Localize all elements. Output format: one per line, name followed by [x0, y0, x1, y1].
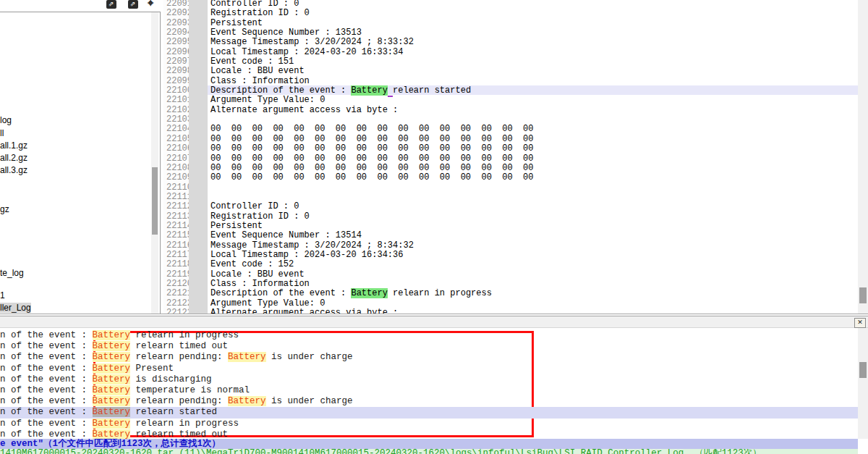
results-scrollbar-thumb[interactable] [859, 362, 867, 378]
result-row[interactable]: n of the event : Battery temperature is … [0, 385, 858, 396]
line-text: Locale : BBU event [208, 66, 858, 75]
line-text: Local Timestamp : 2024-03-20 16:34:36 [208, 250, 858, 259]
line-number: 22096 [163, 47, 189, 56]
search-results-list[interactable]: n of the event : Battery relearn in prog… [0, 328, 868, 439]
line-text: Event Sequence Number : 13514 [208, 230, 858, 240]
bookmark-margin[interactable] [189, 240, 208, 250]
file-item[interactable]: 1 [0, 290, 5, 300]
bookmark-margin[interactable] [189, 28, 208, 37]
bookmark-margin[interactable] [189, 192, 208, 201]
bookmark-margin[interactable] [189, 8, 208, 17]
line-text: Controller ID : 0 [208, 201, 858, 211]
bookmark-margin[interactable] [189, 221, 208, 230]
bookmark-margin[interactable] [189, 230, 208, 240]
bookmark-margin[interactable] [189, 18, 208, 28]
bookmark-margin[interactable] [189, 85, 208, 95]
file-item[interactable]: te_log [0, 268, 24, 278]
log-monitor-icon-2[interactable]: ⇗ [128, 0, 140, 9]
line-number: 22099 [163, 76, 189, 85]
line-text: Event code : 152 [208, 259, 858, 269]
bookmark-margin[interactable] [189, 134, 208, 143]
line-text: Controller ID : 0 [208, 0, 858, 8]
editor-line: 22112Controller ID : 0 [163, 201, 858, 211]
bookmark-margin[interactable] [189, 298, 208, 308]
result-row[interactable]: n of the event : Battery relearn pending… [0, 352, 858, 363]
locate-target-icon[interactable]: ⌖ [148, 0, 159, 9]
file-tree-scrollbar[interactable] [151, 12, 158, 316]
file-item-selected[interactable]: ller_Log [0, 303, 31, 313]
editor-line: 22092Registration ID : 0 [163, 8, 858, 17]
line-text: Locale : BBU event [208, 269, 858, 279]
bookmark-margin[interactable] [189, 56, 208, 66]
bookmark-margin[interactable] [189, 211, 208, 221]
editor-line: 2210500 00 00 00 00 00 00 00 00 00 00 00… [163, 134, 858, 143]
bookmark-margin[interactable] [189, 37, 208, 46]
bookmark-margin[interactable] [189, 66, 208, 75]
result-row[interactable]: n of the event : Battery relearn pending… [0, 396, 858, 407]
result-row[interactable]: n of the event : Battery is discharging [0, 374, 858, 385]
bookmark-margin[interactable] [189, 259, 208, 269]
bookmark-margin[interactable] [189, 114, 208, 124]
text-segment: 00 00 00 00 00 00 00 00 00 00 00 00 00 0… [210, 134, 533, 144]
line-number: 22122 [163, 298, 189, 308]
result-row[interactable]: n of the event : Battery relearn timed o… [0, 429, 858, 439]
bookmark-margin[interactable] [189, 105, 208, 114]
file-item[interactable]: log [0, 115, 12, 125]
bookmark-margin[interactable] [189, 172, 208, 182]
text-segment: Controller ID : 0 [210, 201, 299, 211]
result-row[interactable]: n of the event : Battery relearn in prog… [0, 330, 858, 341]
search-summary: e event"（1个文件中匹配到1123次，总计查找1次） [0, 439, 858, 449]
toolbar: ⇗⇗⌖ [0, 0, 161, 12]
bookmark-margin[interactable] [189, 95, 208, 104]
log-monitor-icon[interactable]: ⇗ [106, 0, 118, 9]
editor-lines: 22091Controller ID : 022092Registration … [163, 0, 858, 314]
bookmark-margin[interactable] [189, 250, 208, 259]
editor-scrollbar[interactable] [858, 0, 868, 314]
bookmark-margin[interactable] [189, 288, 208, 298]
line-text [208, 114, 858, 124]
result-text: temperature is normal [130, 385, 250, 395]
line-text: 00 00 00 00 00 00 00 00 00 00 00 00 00 0… [208, 143, 858, 153]
close-icon[interactable]: ✕ [854, 318, 866, 328]
bookmark-margin[interactable] [189, 182, 208, 192]
bookmark-margin[interactable] [189, 124, 208, 133]
line-text: Event Sequence Number : 13513 [208, 28, 858, 37]
bookmark-margin[interactable] [189, 201, 208, 211]
file-item[interactable]: gz [0, 204, 9, 214]
match-highlight: Battery [93, 385, 131, 395]
result-text: relearn pending: [130, 352, 228, 362]
editor-line: 22097Event code : 151 [163, 56, 858, 66]
result-prefix: n of the event : [0, 385, 93, 395]
bookmark-margin[interactable] [189, 163, 208, 172]
file-item[interactable]: all.1.gz [0, 140, 27, 151]
result-prefix: n of the event : [0, 419, 93, 429]
bookmark-margin[interactable] [189, 269, 208, 279]
result-row[interactable]: n of the event : Battery Present [0, 363, 858, 374]
bookmark-margin[interactable] [189, 308, 208, 314]
bookmark-margin[interactable] [189, 143, 208, 153]
result-row[interactable]: n of the event : Battery relearn timed o… [0, 341, 858, 352]
editor-line: 2210600 00 00 00 00 00 00 00 00 00 00 00… [163, 143, 858, 153]
log-editor[interactable]: 22091Controller ID : 022092Registration … [163, 0, 868, 314]
file-tree-scrollbar-thumb[interactable] [152, 167, 158, 235]
result-prefix: n of the event : [0, 407, 93, 417]
file-item[interactable]: all.3.gz [0, 165, 27, 175]
result-text: relearn timed out [130, 429, 228, 439]
file-item[interactable]: ll [0, 128, 4, 138]
bookmark-margin[interactable] [189, 279, 208, 288]
bookmark-margin[interactable] [189, 154, 208, 163]
bookmark-margin[interactable] [189, 76, 208, 85]
match-highlight: Battery [93, 374, 131, 384]
file-tree-panel[interactable]: logllall.1.gzall.2.gzall.3.gzgzte_log1ll… [0, 12, 161, 316]
editor-scrollbar-thumb[interactable] [859, 287, 867, 303]
match-highlight: Battery [93, 429, 131, 439]
bookmark-margin[interactable] [189, 47, 208, 56]
result-row[interactable]: n of the event : Battery relearn in prog… [0, 419, 858, 429]
file-item[interactable]: all.2.gz [0, 153, 27, 163]
editor-line: 2210400 00 00 00 00 00 00 00 00 00 00 00… [163, 124, 858, 133]
results-scrollbar[interactable] [858, 328, 868, 439]
bookmark-margin[interactable] [189, 0, 208, 8]
line-number: 22097 [163, 56, 189, 66]
result-row-selected[interactable]: n of the event : Battery relearn started [0, 407, 858, 418]
line-number: 22100 [163, 85, 189, 95]
